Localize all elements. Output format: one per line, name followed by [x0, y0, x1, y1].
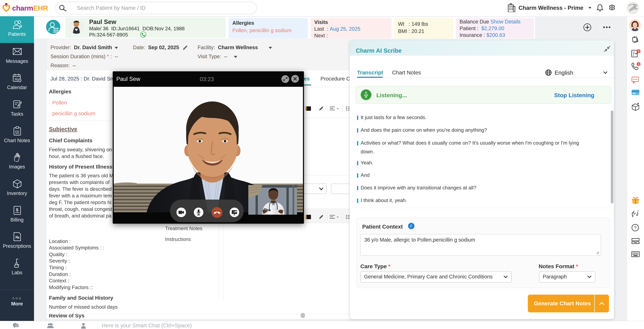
- svg-text:$: $: [16, 208, 18, 212]
- svg-text:?: ?: [634, 225, 636, 230]
- svg-text:1: 1: [638, 62, 640, 66]
- svg-text:12: 12: [14, 78, 18, 81]
- svg-text:CC: CC: [15, 130, 19, 133]
- svg-text:1: 1: [638, 50, 640, 53]
